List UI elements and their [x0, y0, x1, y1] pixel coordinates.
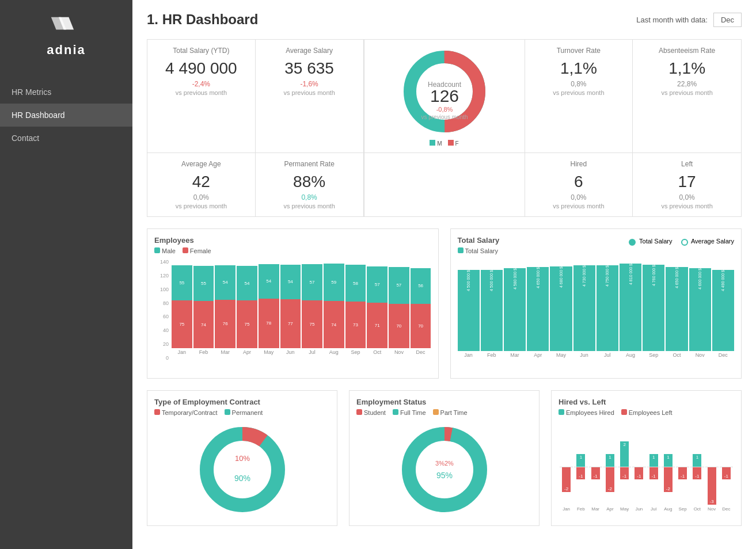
hvl-group: 2-1May: [618, 421, 631, 513]
legend-temp: Temporary/Contract: [154, 409, 218, 416]
sidebar-item-hr-dashboard[interactable]: HR Dashboard: [0, 104, 132, 127]
kpi-avg-salary: Average Salary 35 635 -1,6% vs previous …: [256, 40, 364, 152]
hvl-bar-left: -3: [708, 467, 716, 505]
hvl-bar-left: -1: [693, 467, 701, 479]
bar-group-emp: 7557: [302, 264, 322, 348]
bar-group-emp: 7455: [193, 266, 214, 348]
perm-rate-sub: vs previous month: [264, 203, 355, 209]
contract-title: Type of Employment Contract: [154, 398, 330, 406]
radio-avg-salary[interactable]: Average Salary: [681, 238, 734, 245]
bar-female: 70: [411, 304, 431, 349]
charts-row-2: Type of Employment Contract Temporary/Co…: [147, 390, 742, 526]
legend-female: F: [448, 140, 459, 147]
emp-x-label: Sep: [345, 349, 366, 355]
avg-salary-change: -1,6%: [264, 80, 355, 88]
svg-text:-0,8%: -0,8%: [436, 106, 453, 113]
perm-rate-value: 88%: [264, 173, 355, 191]
headcount-legend: M F: [430, 140, 458, 147]
radio-circle-total: [629, 239, 636, 246]
bar-group-emp: 7157: [367, 266, 388, 348]
bar-male: 54: [237, 266, 257, 300]
hired-vs-left-chart: Hired vs. Left Employees Hired Employees…: [551, 390, 742, 526]
avg-age-change: 0,0%: [156, 193, 246, 201]
svg-text:3%2%: 3%2%: [435, 460, 454, 467]
emp-x-label: Feb: [193, 349, 214, 355]
sidebar-item-hr-metrics[interactable]: HR Metrics: [0, 81, 132, 104]
bar-female: 78: [259, 299, 279, 348]
hvl-group: -1Dec: [720, 421, 733, 513]
salary-x-label: Jan: [458, 352, 480, 358]
last-month-value[interactable]: Dec: [713, 13, 742, 27]
hvl-bar-hired: 1: [606, 454, 614, 467]
bar-male: 54: [280, 265, 301, 299]
hvl-x-label: Jan: [563, 506, 570, 512]
main-content: 1. HR Dashboard Last month with data: De…: [132, 0, 756, 549]
salary-x-label: Nov: [689, 352, 711, 358]
salary-x-label: Oct: [666, 352, 687, 358]
hvl-bar-left: -1: [591, 467, 600, 479]
legend-perm: Permanent: [225, 409, 263, 416]
hvl-title: Hired vs. Left: [559, 398, 734, 406]
hvl-bar-hired: 2: [620, 441, 629, 467]
salary-chart-header: Total Salary Total Salary Average Salary: [458, 236, 735, 247]
salary-bar: 4 650 000 $: [527, 267, 549, 351]
bar-female: 76: [215, 300, 235, 348]
bar-male: 59: [324, 264, 344, 301]
salary-chart-title: Total Salary: [458, 236, 500, 245]
emp-x-label: Apr: [237, 349, 257, 355]
bar-female: 74: [324, 301, 344, 348]
status-donut-wrap: 3%2% 95%: [356, 421, 532, 518]
sidebar-item-contact[interactable]: Contact: [0, 127, 132, 150]
employees-chart: Employees Male Female 020406080100120140…: [147, 228, 439, 379]
bar-female: 75: [302, 300, 322, 348]
bar-male: 58: [345, 265, 366, 302]
avg-age-label: Average Age: [156, 160, 246, 168]
bar-male: 57: [389, 267, 409, 303]
kpi-turnover: Turnover Rate 1,1% 0,8% vs previous mont…: [525, 40, 633, 152]
legend-student: Student: [356, 409, 386, 416]
legend-total-salary: Total Salary: [458, 247, 498, 254]
hvl-bar-left: -2: [562, 467, 571, 492]
emp-x-label: Jan: [172, 349, 192, 355]
salary-x-label: Apr: [527, 352, 549, 358]
bar-group-emp: 7459: [324, 264, 344, 348]
logo: adnia: [46, 12, 86, 58]
radio-total-salary[interactable]: Total Salary: [629, 238, 672, 245]
turnover-value: 1,1%: [534, 59, 624, 78]
turnover-change: 0,8%: [534, 80, 624, 88]
hvl-bar-hired: 1: [576, 454, 585, 467]
svg-point-10: [409, 434, 480, 505]
legend-hired: Employees Hired: [559, 409, 614, 416]
salary-x-label: Feb: [481, 352, 503, 358]
salary-bar: 4 600 000 $: [689, 268, 711, 351]
headcount-donut-svg: Headcount 126 -0,8% vs previous month: [398, 45, 491, 138]
svg-text:vs previous month: vs previous month: [421, 114, 468, 120]
left-value: 17: [641, 173, 732, 191]
left-label: Left: [641, 160, 732, 168]
salary-chart-area: 4 500 000 $4 500 000 $4 580 000 $4 650 0…: [458, 259, 735, 371]
salary-bar: 4 500 000 $: [458, 270, 480, 351]
employment-status-chart: Employment Status Student Full Time Part…: [349, 390, 540, 526]
status-legend: Student Full Time Part Time: [356, 409, 532, 416]
salary-bar: 4 500 000 $: [481, 270, 503, 351]
hvl-bar-hired: 1: [693, 454, 701, 467]
salary-x-labels: JanFebMarAprMayJunJulAugSepOctNovDec: [458, 352, 735, 358]
sidebar: adnia HR Metrics HR Dashboard Contact: [0, 0, 132, 549]
legend-male-emp: Male: [154, 247, 176, 254]
salary-bar: 4 680 000 $: [550, 266, 572, 351]
avg-salary-value: 35 635: [264, 59, 355, 78]
logo-text: adnia: [46, 43, 86, 58]
header-right: Last month with data: Dec: [636, 13, 742, 27]
bar-group-emp: 7358: [345, 265, 366, 348]
bar-male: 57: [302, 264, 322, 300]
hvl-bar-left: -2: [606, 467, 614, 492]
radio-circle-avg: [681, 239, 688, 246]
bar-male: 55: [193, 266, 214, 301]
kpi-avg-age: Average Age 42 0,0% vs previous month: [147, 153, 256, 216]
hvl-group: -1Jun: [632, 421, 645, 513]
absenteeism-sub: vs previous month: [641, 89, 732, 96]
kpi-perm-rate: Permanent Rate 88% 0,8% vs previous mont…: [256, 153, 364, 216]
turnover-sub: vs previous month: [534, 89, 624, 96]
hvl-bar-left: -1: [635, 467, 643, 479]
hvl-x-label: Nov: [708, 506, 716, 512]
